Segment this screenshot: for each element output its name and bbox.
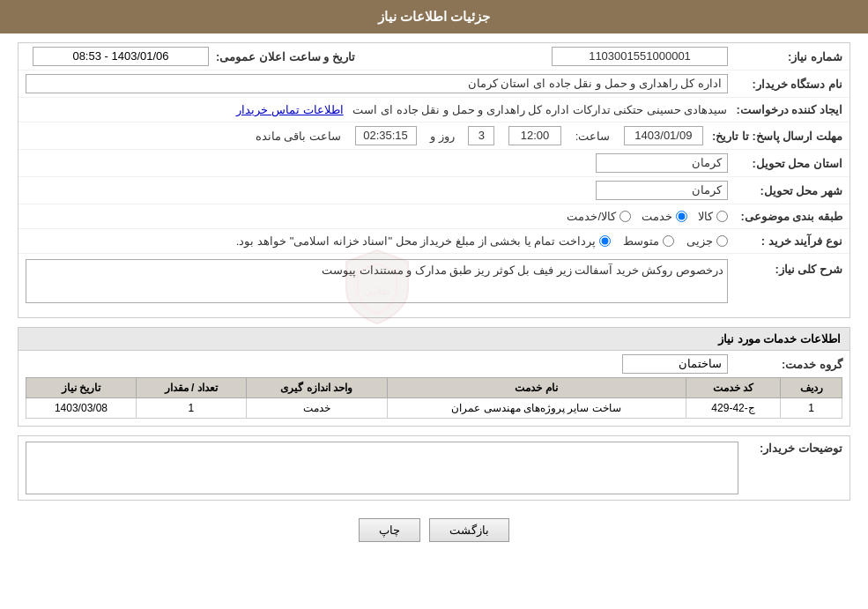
print-button[interactable]: چاپ <box>359 518 420 542</box>
process-jozi-label: جزیی <box>686 234 713 248</box>
category-label: طبقه بندی موضوعی: <box>728 210 842 223</box>
category-row: طبقه بندی موضوعی: کالا خدمت کالا/خدمت <box>19 204 849 229</box>
category-kala-radio[interactable] <box>716 211 728 222</box>
buyer-org-label: نام دستگاه خریدار: <box>728 78 842 91</box>
page-header: جزئیات اطلاعات نیاز <box>0 0 868 33</box>
cell-code: ج-42-429 <box>686 398 781 419</box>
services-title: اطلاعات خدمات مورد نیاز <box>19 328 849 351</box>
requester-contact-link[interactable]: اطلاعات تماس خریدار <box>236 103 343 116</box>
need-number-box: 1103001551000001 <box>552 47 728 66</box>
delivery-city-box: کرمان <box>596 181 728 200</box>
col-date: تاریخ نیاز <box>26 378 137 398</box>
category-both-label: کالا/خدمت <box>567 210 616 223</box>
buyer-org-value: اداره کل راهداری و حمل و نقل جاده ای است… <box>26 74 728 93</box>
requester-value: سیدهادی حسینی حتکنی تدارکات اداره کل راه… <box>26 103 727 116</box>
col-unit: واحد اندازه گیری <box>246 378 387 398</box>
delivery-province-box: کرمان <box>596 153 728 173</box>
buyer-notes-inner: توضیحات خریدار: <box>19 436 849 500</box>
delivery-province-row: استان محل تحویل: کرمان <box>19 150 849 177</box>
cell-unit: خدمت <box>246 398 387 419</box>
cell-name: ساخت سایر پروژه‌های مهندسی عمران <box>387 398 686 419</box>
announce-value-box: 1403/01/06 - 08:53 <box>33 47 209 66</box>
delivery-province-label: استان محل تحویل: <box>728 157 842 170</box>
services-table-container: ردیف کد خدمت نام خدمت واحد اندازه گیری ت… <box>19 377 849 426</box>
process-motavasset-label: متوسط <box>623 234 659 248</box>
need-number-label: شماره نیاز: <box>728 50 842 63</box>
process-partial: پرداخت تمام یا بخشی از مبلغ خریداز محل "… <box>236 234 611 248</box>
process-jozi: جزیی <box>686 234 728 248</box>
description-label: شرح کلی نیاز: <box>728 259 842 276</box>
process-options: جزیی متوسط پرداخت تمام یا بخشی از مبلغ خ… <box>26 234 728 248</box>
col-code: کد خدمت <box>686 378 781 398</box>
back-button[interactable]: بازگشت <box>429 518 509 542</box>
process-partial-radio[interactable] <box>599 235 611 247</box>
description-area: درخصوص روکش خرید آسفالت زیر فیف بل کوثر … <box>26 259 728 312</box>
delivery-province-value: کرمان <box>26 153 728 173</box>
deadline-row: مهلت ارسال پاسخ: تا تاریخ: 1403/01/09 سا… <box>19 123 849 150</box>
category-both-radio[interactable] <box>619 211 631 222</box>
process-jozi-radio[interactable] <box>716 235 728 247</box>
services-table: ردیف کد خدمت نام خدمت واحد اندازه گیری ت… <box>26 377 842 419</box>
process-label: نوع فرآیند خرید : <box>728 234 842 248</box>
buyer-notes-section: توضیحات خریدار: <box>18 435 850 501</box>
category-khedmat-radio[interactable] <box>676 211 687 222</box>
delivery-city-value: کرمان <box>26 181 728 200</box>
category-kala: کالا <box>698 210 728 223</box>
delivery-city-label: شهر محل تحویل: <box>728 184 842 197</box>
services-section: اطلاعات خدمات مورد نیاز گروه خدمت: ساختم… <box>18 327 850 427</box>
cell-date: 1403/03/08 <box>26 398 137 419</box>
need-number-value: 1103001551000001 <box>382 47 728 66</box>
category-kala-label: کالا <box>698 210 713 223</box>
group-label: گروه خدمت: <box>728 358 842 371</box>
cell-quantity: 1 <box>136 398 246 419</box>
category-both: کالا/خدمت <box>567 210 631 223</box>
buyer-org-box: اداره کل راهداری و حمل و نقل جاده ای است… <box>26 74 728 93</box>
category-khedmat: خدمت <box>642 210 687 223</box>
delivery-city-row: شهر محل تحویل: کرمان <box>19 177 849 204</box>
process-row: نوع فرآیند خرید : جزیی متوسط پرداخت تمام… <box>19 229 849 254</box>
category-khedmat-label: خدمت <box>642 210 672 223</box>
description-box: درخصوص روکش خرید آسفالت زیر فیف بل کوثر … <box>26 259 728 303</box>
deadline-values: 1403/01/09 ساعت: 12:00 3 روز و 02:35:15 … <box>26 126 703 145</box>
cell-index: 1 <box>781 398 842 419</box>
process-motavasset-radio[interactable] <box>663 235 674 247</box>
col-index: ردیف <box>781 378 842 398</box>
group-value-box: ساختمان <box>622 354 728 374</box>
deadline-remaining-label: ساعت باقی مانده <box>256 130 341 143</box>
main-info-section: شماره نیاز: 1103001551000001 تاریخ و ساع… <box>18 42 850 318</box>
need-number-row: شماره نیاز: 1103001551000001 تاریخ و ساع… <box>19 43 849 71</box>
buyer-notes-label: توضیحات خریدار: <box>746 442 842 455</box>
table-row: 1 ج-42-429 ساخت سایر پروژه‌های مهندسی عم… <box>26 398 842 419</box>
deadline-days-label: روز و <box>430 130 455 143</box>
buyer-org-row: نام دستگاه خریدار: اداره کل راهداری و حم… <box>19 71 849 98</box>
button-row: بازگشت چاپ <box>18 509 850 551</box>
announce-label: تاریخ و ساعت اعلان عمومی: <box>216 50 355 63</box>
col-quantity: تعداد / مقدار <box>136 378 246 398</box>
buyer-notes-textarea[interactable] <box>26 442 738 494</box>
services-table-header: ردیف کد خدمت نام خدمت واحد اندازه گیری ت… <box>26 378 842 398</box>
process-partial-label: پرداخت تمام یا بخشی از مبلغ خریداز محل "… <box>236 234 596 248</box>
requester-label: ایجاد کننده درخواست: <box>727 103 842 116</box>
description-row: شرح کلی نیاز: درخصوص روکش خرید آسفالت زی… <box>19 254 849 317</box>
deadline-time-label: ساعت: <box>575 130 611 143</box>
deadline-label: مهلت ارسال پاسخ: تا تاریخ: <box>703 130 842 143</box>
process-motavasset: متوسط <box>623 234 674 248</box>
deadline-remaining-box: 02:35:15 <box>355 126 417 145</box>
services-header-row: ردیف کد خدمت نام خدمت واحد اندازه گیری ت… <box>26 378 842 398</box>
deadline-time-box: 12:00 <box>508 126 561 145</box>
col-name: نام خدمت <box>387 378 686 398</box>
requester-row: ایجاد کننده درخواست: سیدهادی حسینی حتکنی… <box>19 98 849 123</box>
deadline-days-box: 3 <box>468 126 494 145</box>
group-row: گروه خدمت: ساختمان <box>19 351 849 377</box>
category-options: کالا خدمت کالا/خدمت <box>26 210 728 223</box>
services-table-body: 1 ج-42-429 ساخت سایر پروژه‌های مهندسی عم… <box>26 398 842 419</box>
requester-text: سیدهادی حسینی حتکنی تدارکات اداره کل راه… <box>352 103 727 116</box>
deadline-date-box: 1403/01/09 <box>624 126 703 145</box>
